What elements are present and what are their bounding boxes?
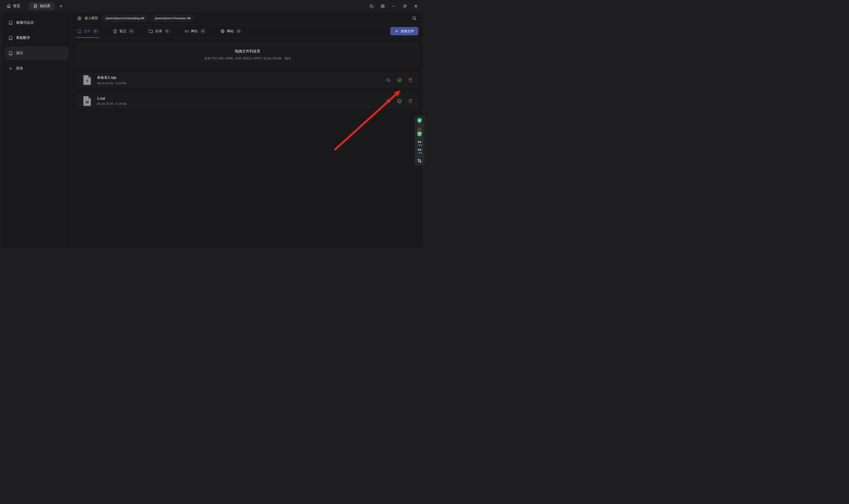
restore-button[interactable] bbox=[401, 3, 409, 10]
close-icon bbox=[414, 4, 418, 8]
book-icon bbox=[8, 21, 13, 25]
download-speed-unit: K/s bbox=[419, 151, 422, 154]
embedding-header: 嵌入模型 Qwen/Qwen3-Embedding-8B Qwen/Qwen3-… bbox=[71, 12, 422, 24]
notebook-icon bbox=[113, 29, 117, 33]
content-tabs: 文件 2 笔记 0 目录 0 bbox=[71, 24, 422, 38]
settings-button[interactable] bbox=[379, 3, 386, 10]
system-monitor-widget[interactable]: 0.0 ↑ K/s 0.0 ↓ K/s bbox=[415, 116, 424, 165]
moon-icon bbox=[369, 4, 374, 8]
status-ok-icon[interactable] bbox=[396, 98, 403, 104]
tab-count-badge: 0 bbox=[128, 29, 134, 33]
tab-count-badge: 0 bbox=[236, 29, 242, 33]
plus-icon bbox=[8, 66, 13, 71]
restore-icon bbox=[403, 4, 407, 8]
active-tab-underline bbox=[76, 37, 99, 38]
tab-directory[interactable]: 目录 0 bbox=[149, 24, 170, 38]
add-file-button[interactable]: 添加文件 bbox=[390, 27, 418, 35]
shield-check-icon bbox=[417, 118, 422, 123]
file-actions bbox=[385, 98, 414, 104]
file-row-md[interactable]: M 1.md 08-24 20:29 · 0.19 KB bbox=[77, 94, 418, 108]
embedding-model-pill[interactable]: Qwen/Qwen3-Embedding-8B bbox=[102, 15, 148, 21]
file-meta: 08-24 20:29 · 0.24 KB bbox=[97, 82, 126, 85]
close-button[interactable] bbox=[412, 3, 420, 10]
file-actions bbox=[385, 77, 414, 83]
file-type-letter: ? bbox=[83, 78, 91, 85]
battery-capsule-indicator bbox=[417, 128, 422, 137]
add-file-label: 添加文件 bbox=[401, 29, 414, 33]
delete-file-button[interactable] bbox=[407, 98, 414, 104]
refresh-icon bbox=[386, 77, 391, 83]
link-icon bbox=[185, 29, 189, 33]
sidebar-item-label: 演示 bbox=[16, 51, 23, 55]
delete-file-button[interactable] bbox=[407, 77, 414, 83]
tab-knowledge-base-label: 知识库 bbox=[40, 4, 50, 8]
gear-icon bbox=[380, 4, 385, 8]
tab-label: 网站 bbox=[227, 29, 234, 34]
nav-home[interactable]: 首页 bbox=[7, 4, 20, 8]
tab-notes[interactable]: 笔记 0 bbox=[113, 24, 134, 38]
refresh-icon bbox=[386, 98, 391, 104]
dropzone-title: 拖拽文件到这里 bbox=[235, 49, 260, 54]
book-icon bbox=[8, 51, 13, 55]
tab-sites[interactable]: 网站 0 bbox=[220, 24, 242, 38]
sidebar-item-demo[interactable]: 演示 bbox=[5, 47, 68, 59]
tab-count-badge: 2 bbox=[93, 29, 98, 33]
monitor-divider bbox=[417, 125, 423, 126]
file-type-icon: ? bbox=[83, 75, 91, 85]
minimize-button[interactable] bbox=[390, 3, 398, 10]
upload-speed-unit: K/s bbox=[419, 144, 422, 146]
embedding-model-label: 嵌入模型 bbox=[85, 16, 98, 20]
tab-label: 目录 bbox=[155, 29, 162, 34]
globe-icon bbox=[220, 29, 224, 33]
reprocess-button[interactable] bbox=[385, 77, 392, 83]
screenshot-button[interactable] bbox=[417, 159, 422, 163]
status-ok-icon[interactable] bbox=[396, 77, 403, 83]
search-button[interactable] bbox=[412, 16, 417, 21]
tab-label: 文件 bbox=[84, 29, 90, 34]
gear-icon[interactable] bbox=[77, 16, 82, 21]
check-circle-icon bbox=[397, 98, 402, 104]
tab-urls[interactable]: 网址 0 bbox=[185, 24, 206, 38]
search-icon bbox=[412, 16, 417, 21]
file-info: 1.md 08-24 20:29 · 0.19 KB bbox=[97, 96, 126, 105]
titlebar: 首页 知识库 bbox=[0, 0, 424, 12]
sidebar-add-knowledge-button[interactable]: 添加 bbox=[5, 62, 68, 75]
file-type-icon: M bbox=[83, 96, 91, 106]
sidebar-item-label: 离散数学 bbox=[16, 36, 30, 40]
monitor-divider bbox=[417, 138, 423, 139]
tab-count-badge: 0 bbox=[164, 29, 170, 33]
knowledge-sidebar: 道德与法治 离散数学 演示 添加 bbox=[2, 12, 71, 248]
tab-count-badge: 0 bbox=[200, 29, 206, 33]
minimize-icon bbox=[392, 4, 396, 8]
book-icon bbox=[8, 36, 13, 40]
file-type-letter: M bbox=[83, 99, 91, 106]
file-name: 未命名1.cpp bbox=[97, 75, 126, 80]
file-meta: 08-24 20:29 · 0.19 KB bbox=[97, 102, 126, 105]
tab-files[interactable]: 文件 2 bbox=[77, 24, 98, 38]
network-speed: 0.0 ↑ K/s 0.0 ↓ K/s bbox=[417, 141, 422, 154]
tab-knowledge-base[interactable]: 知识库 bbox=[29, 2, 55, 10]
file-info: 未命名1.cpp 08-24 20:29 · 0.24 KB bbox=[97, 75, 126, 85]
sidebar-item-morality-law[interactable]: 道德与法治 bbox=[5, 16, 68, 29]
trash-icon bbox=[408, 77, 413, 83]
sidebar-add-label: 添加 bbox=[16, 66, 23, 71]
download-arrow-icon: ↓ bbox=[417, 151, 418, 154]
tab-label: 笔记 bbox=[120, 29, 126, 34]
crop-icon bbox=[417, 159, 422, 163]
main-area: 嵌入模型 Qwen/Qwen3-Embedding-8B Qwen/Qwen3-… bbox=[71, 12, 422, 248]
reranker-model-pill[interactable]: Qwen/Qwen3-Reranker-8B bbox=[151, 15, 194, 21]
file-dropzone[interactable]: 拖拽文件到这里 支持 TXT, MD, HTML, PDF, DOCX, PPT… bbox=[77, 43, 418, 66]
tab-label: 网址 bbox=[191, 29, 198, 34]
trash-icon bbox=[408, 98, 413, 104]
upload-arrow-icon: ↑ bbox=[417, 144, 418, 146]
sidebar-item-label: 道德与法治 bbox=[16, 20, 34, 25]
new-tab-button[interactable] bbox=[59, 4, 63, 8]
sidebar-item-discrete-math[interactable]: 离散数学 bbox=[5, 32, 68, 44]
file-row-cpp[interactable]: ? 未命名1.cpp 08-24 20:29 · 0.24 KB bbox=[77, 73, 418, 87]
reprocess-button[interactable] bbox=[385, 98, 392, 104]
upload-speed-value: 0.0 bbox=[418, 141, 421, 143]
home-icon bbox=[7, 4, 11, 8]
book-icon bbox=[77, 29, 82, 33]
theme-toggle-button[interactable] bbox=[368, 3, 375, 10]
nav-home-label: 首页 bbox=[13, 4, 20, 8]
